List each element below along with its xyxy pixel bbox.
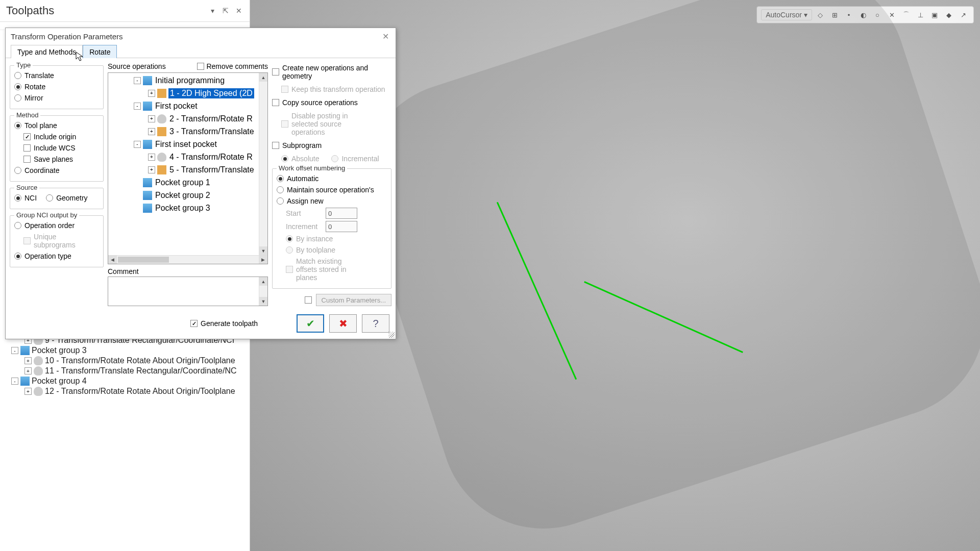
radio-maintain[interactable] bbox=[277, 186, 284, 193]
radio-automatic[interactable] bbox=[277, 175, 284, 182]
ghost-icon bbox=[157, 114, 166, 123]
tree-row[interactable]: + 11 - Transform/Translate Rectangular/C… bbox=[0, 366, 250, 376]
radio-translate[interactable] bbox=[14, 72, 21, 79]
tree-row[interactable]: - Pocket group 4 bbox=[0, 376, 250, 386]
check-include-origin[interactable] bbox=[23, 133, 31, 140]
ghost-icon bbox=[34, 366, 43, 375]
radio-op-order[interactable] bbox=[14, 222, 21, 229]
scroll-up-icon[interactable]: ▲ bbox=[259, 73, 267, 82]
check-custom-params[interactable] bbox=[305, 296, 312, 304]
group-output-legend: Group NCI output by bbox=[14, 211, 79, 219]
check-remove-comments[interactable] bbox=[197, 63, 204, 70]
scroll-down-icon[interactable]: ▼ bbox=[259, 246, 267, 255]
start-input[interactable] bbox=[326, 208, 357, 219]
source-tree-row[interactable]: - First pocket bbox=[108, 99, 267, 112]
tree-label: 11 - Transform/Translate Rectangular/Coo… bbox=[45, 366, 237, 375]
perp-icon[interactable]: ⊥ bbox=[914, 9, 926, 21]
cancel-button[interactable]: ✖ bbox=[329, 314, 357, 333]
comment-scrollbar[interactable]: ▲ ▼ bbox=[259, 277, 267, 306]
radio-mirror[interactable] bbox=[14, 94, 21, 102]
tree-label: Pocket group 1 bbox=[154, 178, 211, 188]
nearest-icon[interactable]: ▣ bbox=[928, 9, 941, 21]
work-offset-group: Work offset numbering Automatic Maintain… bbox=[272, 168, 391, 289]
close-panel-icon[interactable]: ✕ bbox=[234, 6, 243, 15]
check-unique-sub bbox=[23, 237, 31, 244]
source-tree-row[interactable]: + 4 - Transform/Rotate R bbox=[108, 151, 267, 163]
custom-params-button[interactable]: Custom Parameters... bbox=[316, 294, 391, 306]
resize-grip[interactable] bbox=[388, 332, 395, 338]
expander-icon[interactable]: + bbox=[24, 388, 32, 395]
tree-row[interactable]: + 10 - Transform/Rotate Rotate About Ori… bbox=[0, 356, 250, 366]
expander-icon[interactable]: + bbox=[148, 128, 155, 135]
expander-icon[interactable]: + bbox=[148, 90, 155, 97]
group-icon bbox=[20, 377, 30, 386]
dialog-title: Transform Operation Parameters bbox=[11, 32, 380, 41]
quad-icon[interactable]: ◆ bbox=[943, 9, 955, 21]
source-tree-row[interactable]: + 1 - 2D High Speed (2D bbox=[108, 87, 267, 99]
radio-op-type[interactable] bbox=[14, 253, 21, 260]
check-create-new[interactable] bbox=[272, 68, 279, 76]
radio-geometry[interactable] bbox=[46, 194, 53, 202]
scroll-right-icon[interactable]: ▶ bbox=[259, 256, 267, 264]
scrollbar-vertical[interactable]: ▲ ▼ bbox=[259, 73, 267, 255]
tree-row[interactable]: - Pocket group 3 bbox=[0, 345, 250, 356]
expander-icon[interactable]: - bbox=[11, 347, 18, 354]
tab-type-methods[interactable]: Type and Methods bbox=[11, 45, 83, 58]
ok-button[interactable]: ✔ bbox=[297, 314, 324, 333]
tree-label: 10 - Transform/Rotate Rotate About Origi… bbox=[45, 356, 235, 365]
comment-input[interactable]: ▲ ▼ bbox=[108, 277, 268, 306]
expander-icon[interactable]: + bbox=[148, 166, 155, 173]
source-tree-row[interactable]: Pocket group 1 bbox=[108, 176, 267, 189]
scrollbar-horizontal[interactable]: ◀ ▶ bbox=[108, 255, 267, 264]
radio-absolute bbox=[281, 155, 288, 162]
group-icon bbox=[20, 346, 30, 355]
help-button[interactable]: ? bbox=[362, 314, 389, 333]
scroll-thumb[interactable] bbox=[118, 257, 169, 263]
check-disable-posting bbox=[281, 120, 288, 128]
expander-icon[interactable]: + bbox=[24, 367, 32, 374]
dialog-titlebar[interactable]: Transform Operation Parameters ✕ bbox=[6, 28, 396, 44]
comment-label: Comment bbox=[108, 267, 268, 276]
source-tree-row[interactable]: Pocket group 3 bbox=[108, 202, 267, 214]
pin-icon[interactable]: ⇱ bbox=[221, 6, 230, 15]
source-tree-row[interactable]: + 2 - Transform/Rotate R bbox=[108, 112, 267, 125]
type-legend: Type bbox=[14, 61, 33, 69]
expander-icon[interactable]: - bbox=[11, 378, 18, 385]
radio-by-instance bbox=[286, 235, 293, 242]
along-icon[interactable]: ↗ bbox=[957, 9, 969, 21]
check-include-wcs[interactable] bbox=[23, 144, 31, 152]
source-tree-row[interactable]: Pocket group 2 bbox=[108, 189, 267, 202]
tree-row[interactable]: + 12 - Transform/Rotate Rotate About Ori… bbox=[0, 386, 250, 396]
expander-icon[interactable]: - bbox=[134, 141, 141, 148]
check-save-planes[interactable] bbox=[23, 156, 31, 163]
tab-rotate[interactable]: Rotate bbox=[83, 45, 117, 58]
expander-icon[interactable]: + bbox=[148, 154, 155, 161]
source-tree-row[interactable]: + 3 - Transform/Translate bbox=[108, 125, 267, 138]
expander-icon[interactable]: + bbox=[148, 115, 155, 122]
source-ops-tree[interactable]: - Initial programming + 1 - 2D High Spee… bbox=[108, 72, 268, 264]
check-generate-toolpath[interactable] bbox=[190, 320, 198, 327]
check-copy-source[interactable] bbox=[272, 99, 279, 106]
radio-rotate[interactable] bbox=[14, 83, 21, 90]
ghost-icon bbox=[157, 153, 166, 162]
scroll-left-icon[interactable]: ◀ bbox=[108, 256, 117, 264]
increment-input[interactable] bbox=[326, 221, 357, 232]
tree-label: 5 - Transform/Translate bbox=[168, 165, 255, 175]
radio-toolplane[interactable] bbox=[14, 122, 21, 129]
source-tree-row[interactable]: + 5 - Transform/Translate bbox=[108, 163, 267, 176]
ghost-icon bbox=[34, 356, 43, 365]
expander-icon[interactable]: + bbox=[24, 357, 32, 364]
radio-nci[interactable] bbox=[14, 194, 21, 202]
tangent-icon[interactable]: ⌒ bbox=[900, 9, 912, 21]
expander-icon[interactable]: - bbox=[134, 103, 141, 110]
check-subprogram[interactable] bbox=[272, 142, 279, 149]
tree-label: 3 - Transform/Translate bbox=[168, 127, 255, 137]
dropdown-icon[interactable]: ▾ bbox=[208, 6, 217, 15]
expander-icon[interactable]: - bbox=[134, 77, 141, 84]
source-tree-row[interactable]: - Initial programming bbox=[108, 74, 267, 87]
source-tree-row[interactable]: - First inset pocket bbox=[108, 138, 267, 151]
source-group: Source NCI Geometry bbox=[10, 188, 104, 209]
radio-assign-new[interactable] bbox=[277, 197, 284, 205]
close-icon[interactable]: ✕ bbox=[380, 31, 390, 41]
radio-coordinate[interactable] bbox=[14, 167, 21, 174]
